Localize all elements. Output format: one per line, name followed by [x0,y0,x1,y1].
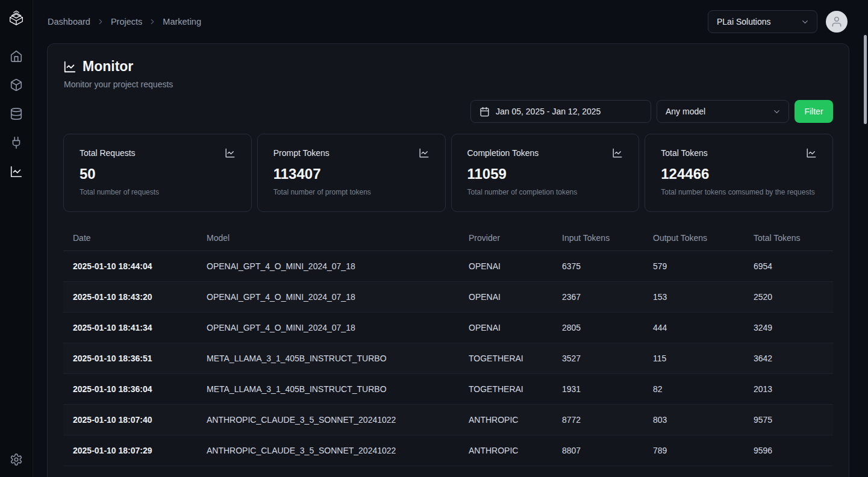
package-icon[interactable] [10,78,23,92]
table-cell: 579 [643,251,744,282]
stat-caption: Total number of completion tokens [467,188,623,196]
model-filter-select[interactable]: Any model [657,100,789,123]
chart-line-icon [225,148,236,158]
table-cell: 2013 [744,374,833,405]
chart-line-icon [612,148,623,158]
table-cell: 2025-01-10 18:41:34 [63,313,197,343]
table-cell: ANTHROPIC [459,405,552,435]
calendar-icon [479,107,490,117]
table-cell: OPENAI_GPT_4_O_MINI_2024_07_18 [197,282,459,313]
table-row[interactable]: 2025-01-10 18:44:04OPENAI_GPT_4_O_MINI_2… [63,251,833,282]
plai-logo[interactable] [7,7,25,28]
stat-value: 50 [80,166,236,182]
table-cell: ANTHROPIC [459,435,552,466]
table-cell: 2025-01-10 18:07:29 [63,435,197,466]
monitor-chart-icon[interactable] [10,165,23,178]
column-header: Total Tokens [744,225,833,251]
table-cell: OPENAI [459,282,552,313]
table-cell: 2520 [744,282,833,313]
scrollbar-thumb[interactable] [864,35,867,124]
stat-caption: Total number of prompt tokens [273,188,429,196]
table-cell: 153 [643,282,744,313]
table-cell: OPENAI [459,313,552,343]
page-subtitle: Monitor your project requests [64,80,833,89]
stat-card: Completion Tokens 11059 Total number of … [451,134,640,212]
table-cell: 3527 [552,343,643,374]
table-cell: 2025-01-10 18:44:04 [63,251,197,282]
plug-icon[interactable] [10,136,23,149]
table-cell: 1931 [552,374,643,405]
org-selector-value: PLai Solutions [717,17,771,26]
table-cell: 2025-01-10 18:36:51 [63,343,197,374]
table-cell: 82 [643,374,744,405]
table-cell: 789 [643,435,744,466]
table-cell: 115 [643,343,744,374]
stat-card: Total Requests 50 Total number of reques… [63,134,252,212]
table-cell: 9596 [744,435,833,466]
table-cell: ANTHROPIC_CLAUDE_3_5_SONNET_20241022 [197,405,459,435]
table-cell: OPENAI [459,251,552,282]
requests-table: DateModelProviderInput TokensOutput Toke… [63,225,833,466]
table-row[interactable]: 2025-01-10 18:36:04META_LLAMA_3_1_405B_I… [63,374,833,405]
table-cell: 803 [643,405,744,435]
settings-gear-icon[interactable] [10,453,23,466]
breadcrumb: Dashboard Projects Marketing [48,17,201,26]
stat-label: Prompt Tokens [273,148,329,158]
database-icon[interactable] [10,107,23,120]
table-cell: 3249 [744,313,833,343]
stat-card: Total Tokens 124466 Total number tokens … [645,134,833,212]
table-cell: META_LLAMA_3_1_405B_INSTRUCT_TURBO [197,343,459,374]
chevron-right-icon [148,17,157,26]
column-header: Output Tokens [643,225,744,251]
main-area: Dashboard Projects Marketing PLai Soluti… [33,0,868,477]
breadcrumb-projects[interactable]: Projects [111,17,142,26]
column-header: Date [63,225,197,251]
table-cell: 2025-01-10 18:36:04 [63,374,197,405]
table-row[interactable]: 2025-01-10 18:36:51META_LLAMA_3_1_405B_I… [63,343,833,374]
chevron-down-icon [801,17,810,26]
table-cell: ANTHROPIC_CLAUDE_3_5_SONNET_20241022 [197,435,459,466]
table-cell: OPENAI_GPT_4_O_MINI_2024_07_18 [197,313,459,343]
table-cell: 3642 [744,343,833,374]
sidebar [0,0,33,477]
stat-caption: Total number tokens comsumed by the requ… [661,188,817,196]
chevron-down-icon [772,107,781,116]
chart-line-icon [806,148,817,158]
table-row[interactable]: 2025-01-10 18:43:20OPENAI_GPT_4_O_MINI_2… [63,282,833,313]
date-range-picker[interactable]: Jan 05, 2025 - Jan 12, 2025 [470,100,651,123]
stat-value: 11059 [467,166,623,182]
card-title-row: Monitor [63,58,833,75]
table-row[interactable]: 2025-01-10 18:07:29ANTHROPIC_CLAUDE_3_5_… [63,435,833,466]
breadcrumb-dashboard[interactable]: Dashboard [48,17,90,26]
table-cell: 9575 [744,405,833,435]
table-cell: TOGETHERAI [459,343,552,374]
table-cell: TOGETHERAI [459,374,552,405]
table-cell: 444 [643,313,744,343]
app-root: Dashboard Projects Marketing PLai Soluti… [0,0,868,477]
page-title: Monitor [83,58,133,75]
date-range-value: Jan 05, 2025 - Jan 12, 2025 [496,107,601,116]
table-cell: 2805 [552,313,643,343]
table-cell: META_LLAMA_3_1_405B_INSTRUCT_TURBO [197,374,459,405]
breadcrumb-marketing[interactable]: Marketing [163,17,201,26]
stat-value: 124466 [661,166,817,182]
table-cell: 2367 [552,282,643,313]
column-header: Provider [459,225,552,251]
table-cell: OPENAI_GPT_4_O_MINI_2024_07_18 [197,251,459,282]
table-header-row: DateModelProviderInput TokensOutput Toke… [63,225,833,251]
avatar[interactable] [826,11,848,33]
table-cell: 2025-01-10 18:07:40 [63,405,197,435]
home-icon[interactable] [10,49,23,63]
table-cell: 8807 [552,435,643,466]
table-row[interactable]: 2025-01-10 18:07:40ANTHROPIC_CLAUDE_3_5_… [63,405,833,435]
filter-button[interactable]: Filter [795,100,833,123]
model-filter-value: Any model [666,107,705,116]
requests-table-body: 2025-01-10 18:44:04OPENAI_GPT_4_O_MINI_2… [63,251,833,466]
sidebar-nav [10,49,23,178]
stat-value: 113407 [273,166,429,182]
topbar: Dashboard Projects Marketing PLai Soluti… [33,0,868,43]
stat-label: Total Requests [80,148,136,158]
table-row[interactable]: 2025-01-10 18:41:34OPENAI_GPT_4_O_MINI_2… [63,313,833,343]
org-selector[interactable]: PLai Solutions [708,10,817,33]
stat-caption: Total number of requests [80,188,236,196]
